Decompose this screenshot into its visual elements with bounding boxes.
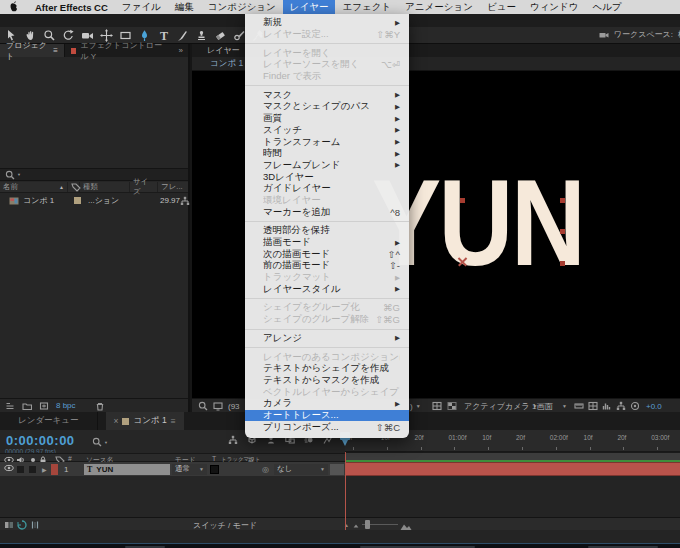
menubar-app-name[interactable]: After Effects CC <box>28 0 115 14</box>
tab-effect-controls[interactable]: エフェクトコントロール Y <box>65 44 174 57</box>
current-timecode[interactable]: 0:00:00:00 <box>6 433 75 448</box>
timeline-zoom-handle[interactable] <box>365 520 370 529</box>
search-dropdown-arrow[interactable]: ▼ <box>104 440 108 445</box>
transparency-grid-icon[interactable] <box>447 401 457 411</box>
layer-label-swatch[interactable] <box>51 464 58 475</box>
blend-mode-dropdown[interactable]: 通常 ▼ <box>172 464 207 475</box>
new-folder-icon[interactable] <box>22 401 32 411</box>
menu-item-テキストからシェイプを作成[interactable]: テキストからシェイプを作成 <box>245 363 409 375</box>
snapshot-icon[interactable] <box>630 401 640 411</box>
menubar-item-ヘルプ[interactable]: ヘルプ <box>586 0 629 14</box>
menu-item-マスクとシェイプのパス[interactable]: マスクとシェイプのパス▶ <box>245 101 409 113</box>
menu-item-3Dレイヤー[interactable]: 3Dレイヤー <box>245 171 409 183</box>
apple-menu[interactable] <box>0 0 28 14</box>
grid-guides-icon[interactable] <box>432 401 442 411</box>
menu-item-前の描画モード[interactable]: 前の描画モード⇧- <box>245 260 409 272</box>
region-of-interest-icon[interactable] <box>574 401 584 411</box>
menu-item-スイッチ[interactable]: スイッチ▶ <box>245 125 409 137</box>
menubar-item-ウィンドウ[interactable]: ウィンドウ <box>523 0 586 14</box>
project-search[interactable]: ▼ <box>0 168 188 181</box>
menu-item-フレームブレンド[interactable]: フレームブレンド▶ <box>245 160 409 172</box>
zoom-out-icon[interactable] <box>352 521 360 529</box>
selection-handle[interactable] <box>560 229 565 234</box>
3d-view-popup[interactable]: アクティブカメラ <box>464 401 530 412</box>
column-name[interactable]: 名前 ▲ <box>0 182 68 192</box>
anchor-point[interactable] <box>458 257 467 266</box>
layer-name-field[interactable]: T YUN <box>84 464 170 475</box>
list-view-icon[interactable] <box>5 401 15 411</box>
selection-handle[interactable] <box>560 198 565 203</box>
panel-menu-icon[interactable]: ≡ <box>171 416 176 426</box>
search-options-arrow[interactable]: ▼ <box>17 172 21 177</box>
column-label[interactable] <box>68 182 80 192</box>
menu-item-マスク[interactable]: マスク▶ <box>245 89 409 101</box>
menubar-item-アニメーション[interactable]: アニメーション <box>398 0 480 14</box>
tab-timeline-comp1[interactable]: × コンポ 1 ≡ <box>106 412 184 430</box>
magnification-partial[interactable]: (93 <box>228 402 240 411</box>
expand-transfer-controls-icon[interactable] <box>17 520 27 530</box>
menu-item-ガイドレイヤー[interactable]: ガイドレイヤー <box>245 183 409 195</box>
histogram-icon[interactable] <box>602 401 612 411</box>
selection-handle[interactable] <box>560 261 565 266</box>
mini-flowchart-icon[interactable] <box>228 435 238 445</box>
column-frame-rate[interactable]: フレ... <box>158 182 188 192</box>
layer-row-1[interactable]: ▶ 1 T YUN 通常 ▼ ◎ なし ▼ <box>0 462 345 476</box>
selection-handle[interactable] <box>460 198 465 203</box>
zoom-in-icon[interactable] <box>400 520 412 532</box>
close-tab-icon[interactable]: × <box>114 416 119 426</box>
menu-item-カメラ[interactable]: カメラ▶ <box>245 398 409 410</box>
menubar-item-コンポジション[interactable]: コンポジション <box>201 0 283 14</box>
audio-toggle[interactable] <box>17 466 24 473</box>
always-preview-icon[interactable] <box>198 401 208 411</box>
expand-layer-switches-icon[interactable] <box>4 520 14 530</box>
choose-grid-icon[interactable] <box>588 401 598 411</box>
pickwhip-icon[interactable]: ◎ <box>262 465 269 474</box>
menu-item-レイヤースタイル[interactable]: レイヤースタイル▶ <box>245 283 409 295</box>
panel-menu-icon[interactable]: ≡ <box>53 46 58 55</box>
label-swatch[interactable] <box>74 197 81 204</box>
layer-visibility-toggle[interactable] <box>4 463 14 473</box>
mini-flowchart-icon[interactable] <box>616 401 626 411</box>
menu-item-透明部分を保持[interactable]: 透明部分を保持 <box>245 225 409 237</box>
menu-item-プリコンポーズ...[interactable]: プリコンポーズ...⇧⌘C <box>245 421 409 433</box>
parent-dropdown[interactable]: なし ▼ <box>274 464 328 475</box>
column-size[interactable]: サイズ <box>130 182 158 192</box>
column-number[interactable]: # <box>68 455 72 462</box>
eraser-tool[interactable] <box>213 28 228 42</box>
bit-depth-button[interactable]: 8 bpc <box>56 401 76 410</box>
exposure-value[interactable]: +0.0 <box>646 402 662 411</box>
menubar-item-レイヤー[interactable]: レイヤー <box>283 0 336 14</box>
expand-in-out-icon[interactable] <box>30 520 40 530</box>
new-composition-icon[interactable] <box>39 401 49 411</box>
preserve-transparency-checkbox[interactable] <box>210 465 219 474</box>
menu-item-マーカーを追加[interactable]: マーカーを追加^8 <box>245 206 409 218</box>
menubar-item-ファイル[interactable]: ファイル <box>115 0 168 14</box>
menubar-item-ビュー[interactable]: ビュー <box>480 0 523 14</box>
column-preserve-transparency[interactable]: T <box>212 455 216 462</box>
menubar-item-編集[interactable]: 編集 <box>168 0 201 14</box>
timeline-search-icon[interactable] <box>92 437 102 447</box>
viewer-tab[interactable]: レイヤー <box>192 44 240 57</box>
menu-item-テキストからマスクを作成[interactable]: テキストからマスクを作成 <box>245 375 409 387</box>
switches-modes-button[interactable]: スイッチ / モード <box>170 520 280 531</box>
menu-item-オートトレース...[interactable]: オートトレース... <box>245 410 409 422</box>
project-item-comp1[interactable]: コンポ 1 ...ション 29.97 <box>0 194 188 207</box>
tab-project[interactable]: プロジェクト ≡ <box>0 44 64 57</box>
menu-item-アレンジ[interactable]: アレンジ▶ <box>245 333 409 345</box>
menubar-item-エフェクト[interactable]: エフェクト <box>335 0 398 14</box>
layout-dropdown-arrow[interactable]: ▼ <box>562 403 567 409</box>
menu-item-描画モード[interactable]: 描画モード▶ <box>245 237 409 249</box>
panel-overflow-button[interactable]: » <box>174 44 188 57</box>
magnification-dropdown-arrow[interactable]: ▼ <box>416 403 421 409</box>
menu-item-画質[interactable]: 画質▶ <box>245 113 409 125</box>
magnification-close[interactable]: ) <box>410 402 413 411</box>
layer-duration-bar[interactable] <box>346 462 680 476</box>
brush-tool[interactable] <box>175 28 190 42</box>
column-type[interactable]: 種類 <box>80 182 130 192</box>
menu-item-トランスフォーム[interactable]: トランスフォーム▶ <box>245 136 409 148</box>
rotation-tool[interactable] <box>61 28 76 42</box>
solo-toggle[interactable] <box>29 466 36 473</box>
disclosure-arrow[interactable]: ▶ <box>42 466 47 473</box>
trash-icon[interactable] <box>95 401 105 411</box>
viewer-comp-tab[interactable]: コンポ 1 <box>192 58 253 70</box>
